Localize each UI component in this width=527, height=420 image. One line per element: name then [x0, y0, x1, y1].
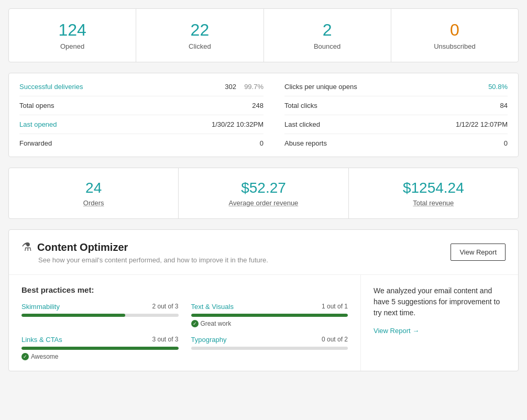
bp-text-visuals-bar-fill: [191, 314, 348, 317]
bp-item-skimmability: Skimmability 2 out of 3: [21, 303, 179, 327]
revenue-total-label: Total revenue: [413, 199, 454, 207]
content-optimizer-card: ⚗ Content Optimizer See how your email's…: [8, 229, 519, 371]
bp-text-visuals-badge: ✓ Great work: [191, 320, 348, 327]
bp-item-links-ctas: Links & CTAs 3 out of 3 ✓ Awesome: [21, 336, 179, 360]
metric-label-last-clicked: Last clicked: [284, 120, 358, 128]
revenue-orders-value: 24: [15, 180, 172, 196]
metric-main-forwarded: 0: [260, 139, 264, 147]
bp-links-ctas-bar-bg: [21, 347, 179, 350]
metric-row-total-opens: Total opens 248: [19, 96, 264, 115]
stats-row: 124 Opened 22 Clicked 2 Bounced 0 Unsubs…: [9, 9, 518, 62]
revenue-avg-order[interactable]: $52.27 Average order revenue: [179, 168, 348, 218]
metrics-left-col: Successful deliveries 302 99.7% Total op…: [19, 78, 264, 152]
bp-item-text-visuals: Text & Visuals 1 out of 1 ✓ Great work: [191, 303, 348, 327]
metric-row-total-clicks: Total clicks 84: [284, 96, 508, 115]
optimizer-title-row: ⚗ Content Optimizer: [21, 240, 268, 254]
bp-links-ctas-badge: ✓ Awesome: [21, 353, 179, 360]
metric-row-clicks-unique: Clicks per unique opens 50.8%: [284, 78, 508, 96]
optimizer-header: ⚗ Content Optimizer See how your email's…: [9, 230, 518, 275]
metrics-right-col: Clicks per unique opens 50.8% Total clic…: [264, 78, 508, 152]
stat-bounced-label: Bounced: [314, 42, 341, 50]
bp-links-ctas-badge-label: Awesome: [31, 353, 58, 360]
revenue-orders: 24 Orders: [9, 168, 179, 218]
bp-links-ctas-bar-fill: [21, 347, 179, 350]
metric-val-clicks-unique: 50.8%: [488, 83, 508, 91]
metric-label-total-opens: Total opens: [19, 102, 93, 109]
metric-label-deliveries: Successful deliveries: [19, 83, 93, 91]
bp-skimmability-bar-bg: [21, 314, 179, 317]
best-practices-body: Best practices met: Skimmability 2 out o…: [9, 275, 518, 371]
flask-icon: ⚗: [21, 240, 32, 254]
bp-item-skimmability-score: 2 out of 3: [152, 303, 178, 311]
bp-item-links-ctas-score: 3 out of 3: [152, 336, 178, 344]
metric-row-last-opened: Last opened 1/30/22 10:32PM: [19, 115, 264, 134]
check-circle-icon-2: ✓: [21, 353, 29, 360]
revenue-total-value: $1254.24: [355, 180, 512, 196]
revenue-avg-order-value: $52.27: [185, 180, 342, 196]
metric-val-last-clicked: 1/12/22 12:07PM: [456, 120, 508, 128]
revenue-total[interactable]: $1254.24 Total revenue: [349, 168, 518, 218]
metric-values-deliveries: 302 99.7%: [225, 83, 264, 91]
best-practices-left: Best practices met: Skimmability 2 out o…: [9, 275, 361, 371]
metric-label-last-opened: Last opened: [19, 120, 93, 128]
bp-title: Best practices met:: [21, 285, 348, 294]
stat-opened-value: 124: [15, 20, 129, 40]
metrics-grid: Successful deliveries 302 99.7% Total op…: [19, 78, 508, 152]
bp-item-text-visuals-name: Text & Visuals: [191, 303, 234, 311]
bp-text-visuals-bar-bg: [191, 314, 348, 317]
stat-unsubscribed: 0 Unsubscribed: [391, 9, 518, 62]
stat-bounced-value: 2: [270, 20, 385, 40]
metric-main-total-opens: 248: [252, 102, 264, 109]
stats-card: 124 Opened 22 Clicked 2 Bounced 0 Unsubs…: [8, 8, 519, 62]
bp-typography-bar-bg: [191, 347, 348, 350]
right-panel-teal-text: We analyzed your email content and have …: [374, 286, 492, 306]
metric-val-abuse: 0: [504, 139, 508, 147]
view-report-link[interactable]: View Report →: [374, 327, 506, 335]
optimizer-title: Content Optimizer: [37, 241, 128, 253]
metric-val-total-clicks: 84: [500, 102, 508, 109]
bp-item-skimmability-header: Skimmability 2 out of 3: [21, 303, 179, 311]
bp-text-visuals-badge-label: Great work: [201, 320, 232, 327]
metric-row-last-clicked: Last clicked 1/12/22 12:07PM: [284, 115, 508, 134]
revenue-orders-label: Orders: [83, 199, 104, 207]
metric-row-abuse: Abuse reports 0: [284, 134, 508, 152]
revenue-avg-order-label: Average order revenue: [229, 199, 299, 207]
stat-unsubscribed-label: Unsubscribed: [434, 42, 476, 50]
revenue-card: 24 Orders $52.27 Average order revenue $…: [8, 168, 519, 219]
best-practices-right: We analyzed your email content and have …: [361, 275, 518, 371]
optimizer-subtitle: See how your email's content performed, …: [38, 256, 268, 264]
metric-main-last-opened: 1/30/22 10:32PM: [212, 120, 264, 128]
revenue-row: 24 Orders $52.27 Average order revenue $…: [9, 168, 518, 218]
view-report-button[interactable]: View Report: [451, 244, 506, 261]
bp-item-typography-score: 0 out of 2: [322, 336, 348, 344]
metric-label-forwarded: Forwarded: [19, 139, 93, 147]
bp-item-typography-header: Typography 0 out of 2: [191, 336, 348, 344]
bp-item-text-visuals-score: 1 out of 1: [322, 303, 348, 311]
stat-bounced: 2 Bounced: [264, 9, 391, 62]
metric-row-forwarded: Forwarded 0: [19, 134, 264, 152]
metric-label-total-clicks: Total clicks: [284, 102, 358, 109]
bp-item-links-ctas-header: Links & CTAs 3 out of 3: [21, 336, 179, 344]
metric-row-deliveries: Successful deliveries 302 99.7%: [19, 78, 264, 96]
metric-pct-deliveries: 99.7%: [243, 83, 264, 91]
bp-item-skimmability-name: Skimmability: [21, 303, 60, 311]
stat-clicked-value: 22: [142, 20, 257, 40]
bp-item-typography: Typography 0 out of 2: [191, 336, 348, 360]
stat-opened-label: Opened: [60, 42, 84, 50]
bp-item-text-visuals-header: Text & Visuals 1 out of 1: [191, 303, 348, 311]
right-panel-text: We analyzed your email content and have …: [374, 285, 506, 318]
bp-skimmability-bar-fill: [21, 314, 125, 317]
bp-item-links-ctas-name: Links & CTAs: [21, 336, 62, 344]
metric-main-deliveries: 302: [225, 83, 236, 91]
stat-clicked-label: Clicked: [189, 42, 211, 50]
bp-grid: Skimmability 2 out of 3 Text & Visuals 1…: [21, 303, 348, 360]
metric-label-clicks-unique: Clicks per unique opens: [284, 83, 358, 91]
metric-label-abuse: Abuse reports: [284, 139, 358, 147]
bp-item-typography-name: Typography: [191, 336, 227, 344]
stat-opened: 124 Opened: [9, 9, 136, 62]
stat-clicked: 22 Clicked: [136, 9, 264, 62]
optimizer-title-group: ⚗ Content Optimizer See how your email's…: [21, 240, 268, 264]
metrics-card: Successful deliveries 302 99.7% Total op…: [8, 73, 519, 157]
check-circle-icon: ✓: [191, 320, 199, 327]
stat-unsubscribed-value: 0: [398, 20, 512, 40]
